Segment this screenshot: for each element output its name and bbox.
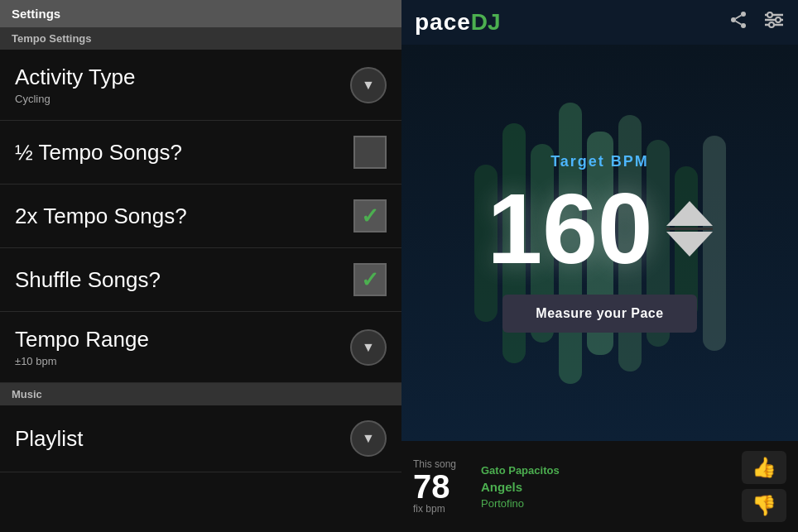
check-icon: ✓ xyxy=(361,204,379,229)
bpm-area: Target BPM 160 Measure your Pace xyxy=(401,45,798,441)
logo-dj: DJ xyxy=(471,9,501,36)
activity-type-item[interactable]: Activity Type Cycling ▼ xyxy=(0,50,401,121)
svg-point-10 xyxy=(769,22,774,27)
half-tempo-label: ½ Tempo Songs? xyxy=(15,140,182,165)
settings-panel: Settings Tempo Settings Activity Type Cy… xyxy=(0,0,401,532)
tempo-range-item[interactable]: Tempo Range ±10 bpm ▼ xyxy=(0,312,401,383)
tempo-range-value: ±10 bpm xyxy=(15,355,149,367)
svg-line-3 xyxy=(736,22,742,25)
bpm-increase-button[interactable] xyxy=(666,201,713,226)
measure-pace-button[interactable]: Measure your Pace xyxy=(502,295,696,333)
activity-type-left: Activity Type Cycling xyxy=(15,65,135,105)
tempo-range-dropdown[interactable]: ▼ xyxy=(350,329,387,366)
activity-type-label: Activity Type xyxy=(15,65,135,90)
thumbs-down-icon: 👎 xyxy=(752,494,776,517)
app-logo: paceDJ xyxy=(415,9,501,36)
settings-title: Settings xyxy=(0,0,401,27)
fix-bpm-label: fix bpm xyxy=(413,503,445,515)
bpm-number: 160 xyxy=(487,179,652,278)
double-tempo-checkbox[interactable]: ✓ xyxy=(353,199,387,232)
tempo-range-left: Tempo Range ±10 bpm xyxy=(15,327,149,367)
settings-icon[interactable] xyxy=(763,10,785,35)
svg-point-9 xyxy=(776,17,781,22)
svg-point-8 xyxy=(767,12,772,17)
chevron-down-icon: ▼ xyxy=(362,431,375,446)
thumbs-section: 👍 👎 xyxy=(742,451,786,522)
thumbs-down-button[interactable]: 👎 xyxy=(742,489,786,522)
song-bar: This song 78 fix bpm Gato Papacitos Ange… xyxy=(401,441,798,532)
playlist-left: Playlist xyxy=(15,426,83,452)
bpm-stepper[interactable] xyxy=(666,201,713,256)
double-tempo-left: 2x Tempo Songs? xyxy=(15,204,187,229)
svg-line-4 xyxy=(736,16,742,19)
song-info: Gato Papacitos Angels Portofino xyxy=(481,464,732,510)
song-artist: Portofino xyxy=(481,497,732,510)
half-tempo-item[interactable]: ½ Tempo Songs? xyxy=(0,121,401,185)
bpm-decrease-button[interactable] xyxy=(666,232,713,256)
tempo-section-label: Tempo Settings xyxy=(12,32,92,45)
double-tempo-item[interactable]: 2x Tempo Songs? ✓ xyxy=(0,185,401,248)
playlist-label: Playlist xyxy=(15,426,83,452)
chevron-down-icon: ▼ xyxy=(362,78,375,93)
svg-point-2 xyxy=(741,23,746,28)
shuffle-checkbox[interactable]: ✓ xyxy=(353,263,387,296)
stepper-divider xyxy=(666,228,713,230)
thumbs-up-button[interactable]: 👍 xyxy=(742,451,786,484)
half-tempo-checkbox[interactable] xyxy=(353,136,387,169)
thumbs-up-icon: 👍 xyxy=(752,456,776,479)
music-section-header: Music xyxy=(0,383,401,405)
svg-point-0 xyxy=(741,12,746,17)
check-icon: ✓ xyxy=(361,267,379,293)
shuffle-item[interactable]: Shuffle Songs? ✓ xyxy=(0,248,401,312)
chevron-down-icon: ▼ xyxy=(362,340,375,355)
share-icon[interactable] xyxy=(728,10,748,35)
double-tempo-label: 2x Tempo Songs? xyxy=(15,204,187,229)
settings-title-text: Settings xyxy=(12,7,60,21)
bpm-display: 160 xyxy=(487,179,712,278)
playlist-item[interactable]: Playlist ▼ xyxy=(0,405,401,472)
shuffle-left: Shuffle Songs? xyxy=(15,267,161,293)
tempo-section-header: Tempo Settings xyxy=(0,27,401,50)
tempo-range-label: Tempo Range xyxy=(15,327,149,352)
target-bpm-label: Target BPM xyxy=(550,153,649,170)
logo-pace: pace xyxy=(415,9,471,36)
music-section-label: Music xyxy=(12,388,42,400)
playlist-dropdown[interactable]: ▼ xyxy=(350,420,387,457)
app-header: paceDJ xyxy=(401,0,798,45)
activity-type-dropdown[interactable]: ▼ xyxy=(350,67,387,103)
activity-type-value: Cycling xyxy=(15,93,135,105)
song-bpm-number: 78 xyxy=(413,470,450,503)
song-bpm-section: This song 78 fix bpm xyxy=(413,458,471,515)
song-title: Angels xyxy=(481,480,732,494)
song-title-line1: Gato Papacitos xyxy=(481,464,732,477)
header-icons xyxy=(728,10,785,35)
half-tempo-left: ½ Tempo Songs? xyxy=(15,140,182,165)
pacedj-panel: paceDJ xyxy=(401,0,798,532)
svg-point-1 xyxy=(731,17,736,22)
shuffle-label: Shuffle Songs? xyxy=(15,267,161,293)
